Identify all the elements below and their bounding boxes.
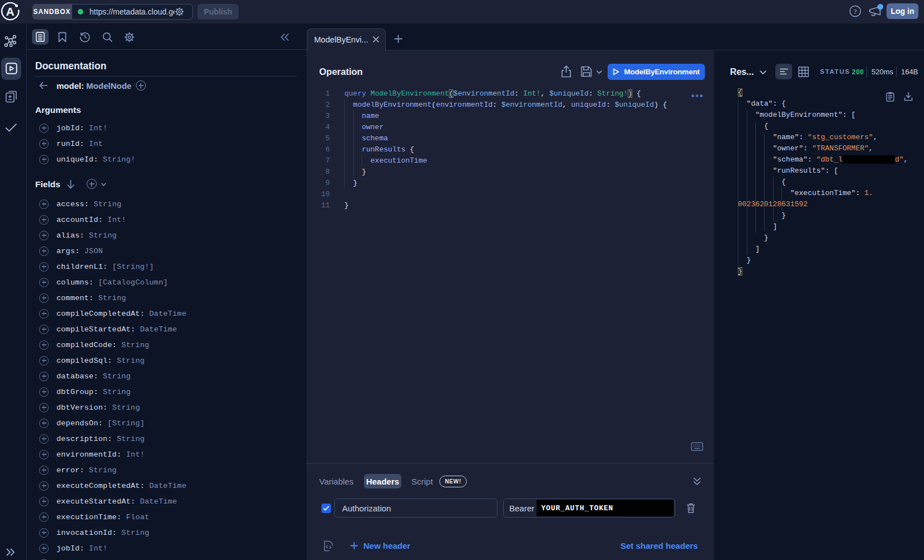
svg-text:?: ? <box>854 7 857 16</box>
svg-text:A: A <box>6 5 15 18</box>
